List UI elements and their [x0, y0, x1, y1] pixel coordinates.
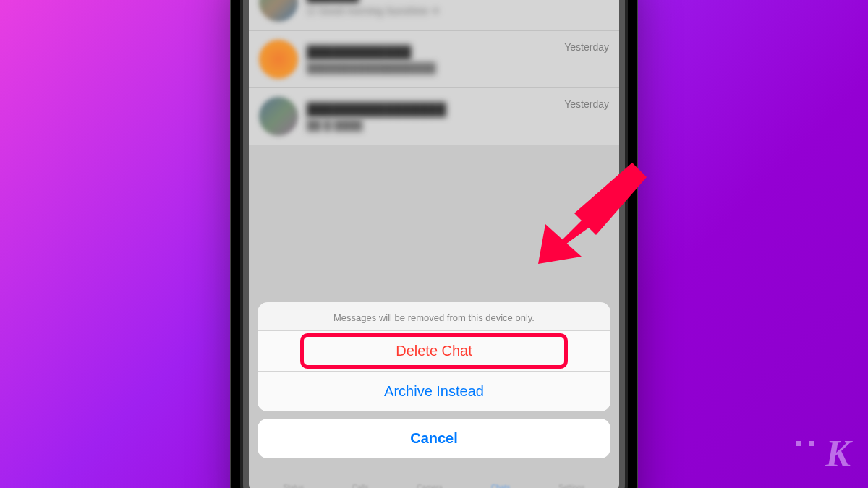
delete-chat-button[interactable]: Delete Chat: [258, 330, 610, 371]
chat-time: Yesterday: [564, 41, 609, 53]
action-sheet-group: Messages will be removed from this devic…: [258, 302, 610, 411]
avatar: [259, 40, 298, 79]
phone-bezel: ██████ ☑ Good morning Sunshine ☀ 8:23 AM…: [240, 0, 628, 488]
chat-row[interactable]: ████████████ ██████████████████ Yesterda…: [249, 31, 619, 88]
avatar: [259, 0, 298, 22]
chat-time: Yesterday: [564, 98, 609, 110]
action-sheet: Messages will be removed from this devic…: [258, 302, 610, 458]
sheet-message: Messages will be removed from this devic…: [258, 302, 610, 330]
chat-preview: ██████████████████: [307, 62, 564, 74]
chat-preview: ☑ Good morning Sunshine ☀: [307, 5, 572, 17]
watermark-logo: K: [825, 432, 851, 475]
tab-chats[interactable]: Chats: [491, 484, 510, 488]
delete-chat-label: Delete Chat: [396, 343, 472, 359]
tab-settings[interactable]: Settings: [558, 484, 584, 488]
cancel-label: Cancel: [410, 430, 458, 446]
chat-list: ██████ ☑ Good morning Sunshine ☀ 8:23 AM…: [249, 0, 619, 145]
avatar: [259, 97, 298, 136]
tab-status[interactable]: Status: [284, 484, 304, 488]
archive-label: Archive Instead: [384, 383, 484, 399]
archive-instead-button[interactable]: Archive Instead: [258, 371, 610, 411]
chat-row[interactable]: ██████ ☑ Good morning Sunshine ☀ 8:23 AM: [249, 0, 619, 31]
chat-name: ██████: [307, 0, 572, 3]
chat-row[interactable]: ████████████████ ██ █ ████ Yesterday: [249, 88, 619, 145]
phone-frame: ██████ ☑ Good morning Sunshine ☀ 8:23 AM…: [231, 0, 637, 488]
tab-bar: Status Calls Camera Chats Settings: [249, 484, 619, 488]
watermark-dots-icon: [796, 441, 814, 446]
phone-screen: ██████ ☑ Good morning Sunshine ☀ 8:23 AM…: [249, 0, 619, 488]
tab-calls[interactable]: Calls: [352, 484, 368, 488]
chat-preview: ██ █ ████: [307, 119, 564, 131]
tab-camera[interactable]: Camera: [417, 484, 443, 488]
chat-name: ████████████████: [307, 103, 564, 117]
cancel-button[interactable]: Cancel: [258, 419, 610, 458]
chat-name: ████████████: [307, 46, 564, 60]
